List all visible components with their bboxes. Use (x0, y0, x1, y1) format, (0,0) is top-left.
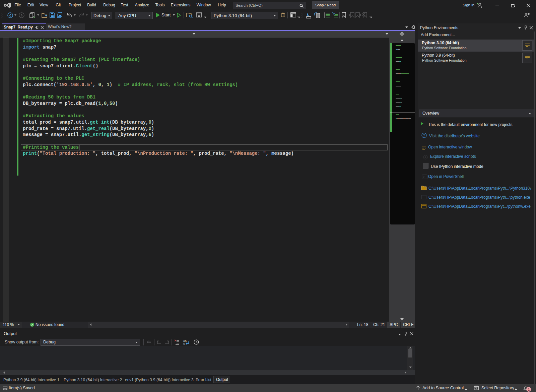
svg-text:c: c (183, 342, 185, 345)
svg-text:?: ? (423, 134, 425, 137)
